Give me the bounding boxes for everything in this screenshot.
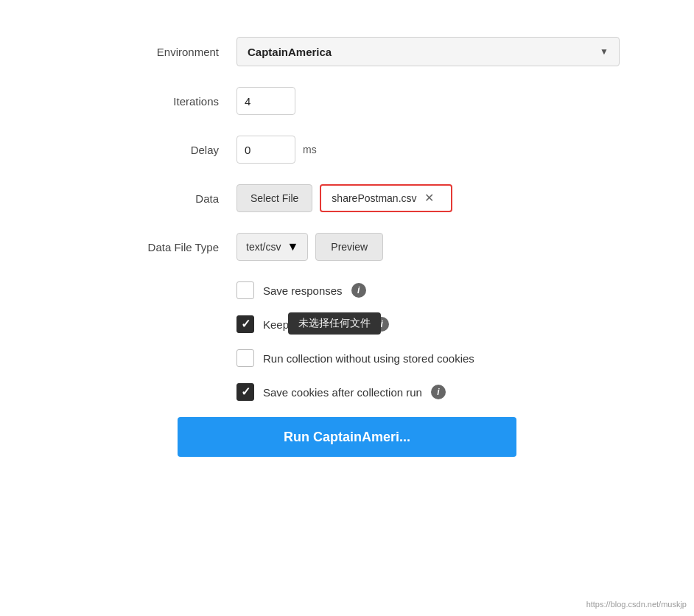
type-dropdown[interactable]: text/csv ▼ <box>236 233 308 261</box>
environment-label: Environment <box>119 46 236 58</box>
iterations-label: Iterations <box>119 95 236 108</box>
data-file-type-label: Data File Type <box>119 241 236 253</box>
keep-variable-checkbox[interactable]: ✓ <box>236 315 254 333</box>
save-cookies-info-icon[interactable]: i <box>431 385 446 399</box>
run-button[interactable]: Run CaptainAmeri... <box>178 417 516 457</box>
iterations-input[interactable] <box>236 87 295 115</box>
data-label: Data <box>119 192 236 205</box>
type-value: text/csv <box>246 241 281 253</box>
save-responses-label: Save responses <box>263 284 343 297</box>
data-row: Data Select File sharePostman.csv ✕ <box>119 184 575 212</box>
environment-value: CaptainAmerica <box>248 46 332 58</box>
checkmark-icon-2: ✓ <box>241 386 250 398</box>
keep-variable-row: ✓ Keep variable values i 未选择任何文件 <box>119 315 575 333</box>
environment-control: CaptainAmerica ▼ <box>236 37 620 66</box>
checkmark-icon: ✓ <box>241 318 250 330</box>
delay-input[interactable] <box>236 136 295 164</box>
delay-unit: ms <box>303 144 317 155</box>
file-display-box: sharePostman.csv ✕ <box>320 184 452 212</box>
watermark: https://blog.csdn.net/muskjp <box>586 600 687 609</box>
save-cookies-checkbox[interactable]: ✓ <box>236 383 254 401</box>
type-arrow-icon: ▼ <box>287 240 298 253</box>
iterations-control <box>236 87 295 115</box>
delay-row: Delay ms <box>119 136 575 164</box>
clear-file-icon[interactable]: ✕ <box>424 192 434 204</box>
preview-button[interactable]: Preview <box>315 233 383 261</box>
dropdown-arrow-icon: ▼ <box>600 46 609 57</box>
select-file-button[interactable]: Select File <box>236 184 312 212</box>
delay-control: ms <box>236 136 317 164</box>
run-without-cookies-label: Run collection without using stored cook… <box>263 352 474 365</box>
save-responses-checkbox[interactable] <box>236 281 254 299</box>
environment-row: Environment CaptainAmerica ▼ <box>119 37 575 66</box>
save-cookies-label: Save cookies after collection run <box>263 386 422 399</box>
run-button-row: Run CaptainAmeri... <box>119 417 575 457</box>
run-collection-form: Environment CaptainAmerica ▼ Iterations … <box>89 15 605 479</box>
file-name-text: sharePostman.csv <box>332 192 416 204</box>
data-file-type-control: text/csv ▼ Preview <box>236 233 383 261</box>
environment-dropdown[interactable]: CaptainAmerica ▼ <box>236 37 620 66</box>
save-responses-info-icon[interactable]: i <box>351 283 366 298</box>
save-cookies-row: ✓ Save cookies after collection run i <box>119 383 575 401</box>
delay-label: Delay <box>119 144 236 156</box>
data-control: Select File sharePostman.csv ✕ <box>236 184 452 212</box>
save-responses-row: Save responses i <box>119 281 575 299</box>
tooltip-no-file: 未选择任何文件 <box>288 312 381 335</box>
data-file-type-row: Data File Type text/csv ▼ Preview <box>119 233 575 261</box>
run-without-cookies-row: Run collection without using stored cook… <box>119 349 575 367</box>
run-without-cookies-checkbox[interactable] <box>236 349 254 367</box>
iterations-row: Iterations <box>119 87 575 115</box>
